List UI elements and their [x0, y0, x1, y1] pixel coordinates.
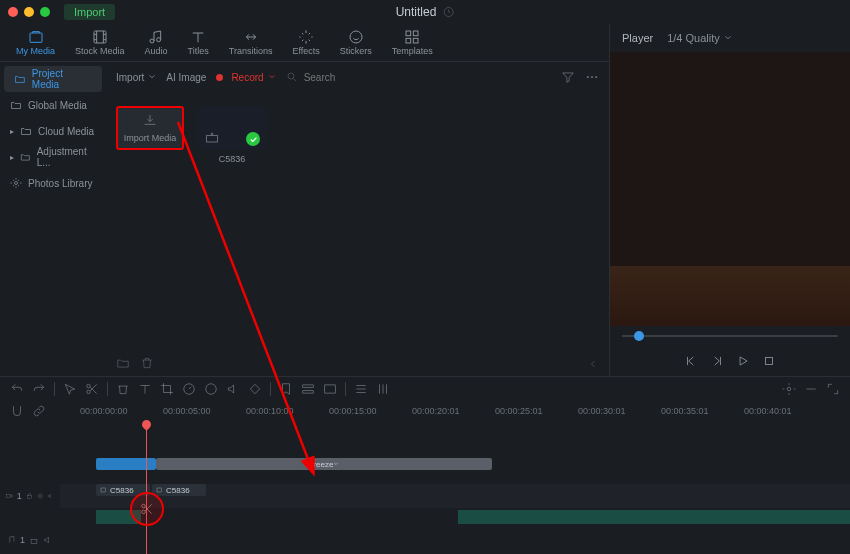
tab-stickers[interactable]: Stickers: [332, 27, 380, 58]
media-clip-tile[interactable]: C5836: [198, 106, 266, 164]
keyframe-icon[interactable]: [248, 382, 262, 396]
crop-icon[interactable]: [160, 382, 174, 396]
effect-track[interactable]: Freeze: [60, 458, 850, 482]
frame-back-icon[interactable]: [684, 354, 698, 368]
mute-icon[interactable]: [47, 491, 54, 501]
new-folder-icon[interactable]: [116, 356, 130, 370]
video-icon: [100, 486, 108, 494]
add-to-timeline-icon[interactable]: [204, 130, 220, 146]
audio-track[interactable]: 1: [60, 528, 850, 552]
magnet-icon[interactable]: [10, 404, 24, 418]
sidebar-global-media[interactable]: Global Media: [0, 92, 106, 118]
progress-bar[interactable]: [610, 326, 850, 346]
folder-icon: [20, 151, 31, 163]
more-icon[interactable]: [585, 70, 599, 84]
svg-rect-21: [303, 385, 314, 387]
ruler-tick: 00:00:00:00: [80, 406, 128, 416]
media-action-bar: Import AI Image Record: [106, 62, 609, 92]
speed-icon[interactable]: [182, 382, 196, 396]
tab-templates[interactable]: Templates: [384, 27, 441, 58]
adjust-icon[interactable]: [354, 382, 368, 396]
video-preview[interactable]: [610, 52, 850, 326]
track-options-icon[interactable]: [323, 382, 337, 396]
search-field[interactable]: [286, 71, 551, 83]
svg-rect-8: [406, 38, 411, 43]
svg-rect-25: [7, 494, 11, 497]
redo-icon[interactable]: [32, 382, 46, 396]
clip-segment[interactable]: [96, 458, 156, 470]
play-icon[interactable]: [736, 354, 750, 368]
timeline-toolbar: [0, 377, 850, 401]
delete-icon[interactable]: [140, 356, 154, 370]
link-icon[interactable]: [32, 404, 46, 418]
search-input[interactable]: [304, 72, 384, 83]
import-button[interactable]: Import: [64, 4, 115, 20]
folder-icon: [10, 99, 22, 111]
filter-icon[interactable]: [561, 70, 575, 84]
step-forward-icon[interactable]: [710, 354, 724, 368]
lock-icon[interactable]: [26, 491, 33, 501]
titles-icon: [189, 29, 207, 45]
sidebar-adjustment-layer[interactable]: ▸ Adjustment L...: [0, 144, 106, 170]
history-icon[interactable]: [442, 6, 454, 18]
undo-icon[interactable]: [10, 382, 24, 396]
video-clip[interactable]: C5836: [152, 484, 206, 496]
scissors-icon[interactable]: [85, 382, 99, 396]
video-track[interactable]: 1 C5836 C5836: [60, 484, 850, 508]
window-close-icon[interactable]: [8, 7, 18, 17]
track-add-icon[interactable]: [301, 382, 315, 396]
eye-icon[interactable]: [37, 491, 44, 501]
sidebar-photos-library[interactable]: Photos Library: [0, 170, 106, 196]
tab-titles[interactable]: Titles: [180, 27, 217, 58]
settings-icon[interactable]: [782, 382, 796, 396]
lock-icon[interactable]: [29, 535, 39, 545]
sidebar-cloud-media[interactable]: ▸ Cloud Media: [0, 118, 106, 144]
timeline-ruler[interactable]: 00:00:00:00 00:00:05:00 00:00:10:00 00:0…: [0, 401, 850, 420]
tab-transitions[interactable]: Transitions: [221, 27, 281, 58]
ruler-tick: 00:00:15:00: [329, 406, 377, 416]
text-icon[interactable]: [138, 382, 152, 396]
svg-rect-23: [325, 385, 336, 393]
ruler-tick: 00:00:30:01: [578, 406, 626, 416]
folder-icon: [14, 73, 26, 85]
cursor-icon[interactable]: [63, 382, 77, 396]
effects-icon: [297, 29, 315, 45]
tab-my-media[interactable]: My Media: [8, 27, 63, 58]
chevron-right-icon: ▸: [10, 127, 14, 136]
audio-waveform-track[interactable]: [60, 510, 850, 526]
tab-effects[interactable]: Effects: [284, 27, 327, 58]
waveform[interactable]: [96, 510, 850, 524]
import-icon: [142, 113, 158, 129]
tab-stock-media[interactable]: Stock Media: [67, 27, 133, 58]
progress-thumb[interactable]: [634, 331, 644, 341]
separator: [345, 382, 346, 396]
svg-rect-26: [27, 496, 31, 499]
chevron-left-icon[interactable]: [587, 358, 599, 370]
stop-icon[interactable]: [762, 354, 776, 368]
record-dropdown[interactable]: Record: [216, 72, 275, 83]
svg-point-24: [787, 387, 791, 391]
freeze-clip[interactable]: Freeze: [156, 458, 492, 470]
tab-audio[interactable]: Audio: [137, 27, 176, 58]
quality-selector[interactable]: 1/4 Quality: [667, 32, 732, 44]
import-media-tile[interactable]: Import Media: [116, 106, 184, 164]
ai-image-button[interactable]: AI Image: [166, 72, 206, 83]
mute-icon[interactable]: [43, 535, 53, 545]
timeline-tracks[interactable]: Freeze 1 C5836 C5836 1: [0, 420, 850, 554]
svg-point-17: [87, 384, 91, 388]
svg-rect-15: [207, 135, 218, 142]
playhead[interactable]: [146, 420, 147, 554]
tab-label: Templates: [392, 46, 433, 56]
window-minimize-icon[interactable]: [24, 7, 34, 17]
mixer-icon[interactable]: [376, 382, 390, 396]
folder-icon: [20, 125, 32, 137]
window-zoom-icon[interactable]: [40, 7, 50, 17]
color-icon[interactable]: [204, 382, 218, 396]
marker-icon[interactable]: [279, 382, 293, 396]
sidebar-project-media[interactable]: Project Media: [4, 66, 102, 92]
delete-icon[interactable]: [116, 382, 130, 396]
audio-icon[interactable]: [226, 382, 240, 396]
expand-icon[interactable]: [826, 382, 840, 396]
zoom-slider-icon[interactable]: [804, 382, 818, 396]
import-dropdown[interactable]: Import: [116, 72, 156, 83]
